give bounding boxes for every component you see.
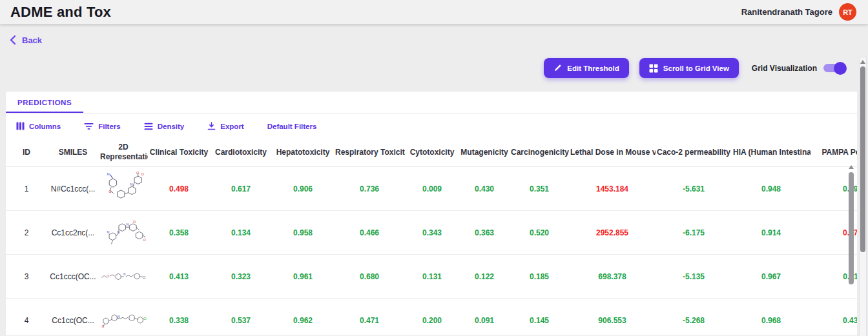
cell-value: 0.413: [148, 272, 210, 281]
cell-value: -6.175: [656, 228, 732, 237]
column-header[interactable]: ID: [6, 148, 47, 157]
grid-visualization-switch[interactable]: [823, 64, 845, 72]
filters-label: Filters: [98, 123, 121, 130]
cell-value: 0.948: [732, 184, 811, 193]
svg-text:O: O: [143, 238, 146, 242]
column-header[interactable]: PAMPA Permeab: [811, 148, 858, 157]
cell-value: 0.131: [405, 272, 459, 281]
cell-value: 0.906: [272, 184, 334, 193]
cell-id: 4: [6, 316, 47, 325]
columns-button[interactable]: Columns: [16, 122, 61, 130]
density-icon: [144, 123, 153, 130]
export-button[interactable]: Export: [207, 122, 243, 130]
table-scrollbar-thumb[interactable]: [849, 172, 854, 284]
cell-value: 1453.184: [569, 184, 656, 193]
cell-value: 2952.855: [569, 228, 656, 237]
column-header[interactable]: Cytotoxicity: [405, 148, 459, 157]
column-header[interactable]: Mutagenicity: [459, 148, 510, 157]
cell-value: 0.433: [811, 316, 858, 325]
svg-text:O: O: [141, 172, 144, 176]
back-row: Back: [0, 25, 868, 48]
svg-text:N: N: [117, 230, 119, 233]
molecule-2d: N O O O N: [99, 170, 148, 208]
column-header[interactable]: Clinical Toxicity: [148, 148, 210, 157]
cell-value: 0.968: [732, 316, 811, 325]
molecule-2d: O N Cl: [99, 270, 148, 284]
cell-value: 0.351: [510, 184, 569, 193]
cell-value: 0.091: [459, 316, 510, 325]
cell-value: 0.967: [732, 272, 811, 281]
edit-threshold-label: Edit Threshold: [567, 64, 619, 72]
cell-value: 0.471: [334, 316, 405, 325]
page-scrollbar-thumb[interactable]: [860, 66, 865, 252]
cell-value: 0.145: [510, 316, 569, 325]
default-filters-button[interactable]: Default Filters: [267, 123, 317, 130]
back-button[interactable]: Back: [9, 35, 42, 45]
tabs-row: PREDICTIONS: [6, 92, 857, 114]
default-filters-label: Default Filters: [267, 123, 317, 130]
cell-value: 0.498: [148, 184, 210, 193]
column-header[interactable]: 2D Representation: [99, 143, 148, 161]
cell-value: 0.680: [334, 272, 405, 281]
scroll-to-grid-view-button[interactable]: Scroll to Grid View: [639, 58, 739, 78]
cell-id: 3: [6, 272, 47, 281]
cell-value: -5.631: [656, 184, 732, 193]
cell-value: 0.961: [272, 272, 334, 281]
grid-visualization-toggle-group: Grid Visualization: [752, 64, 845, 73]
table-row[interactable]: 1N#Cc1ccc(... N O O O N 0.4980.6170.9060…: [6, 167, 857, 211]
switch-knob: [834, 62, 847, 75]
cell-smiles: Cc1cc(OC...: [47, 316, 99, 325]
scroll-to-grid-view-label: Scroll to Grid View: [663, 64, 729, 72]
cell-value: 698.378: [569, 272, 656, 281]
column-header[interactable]: Lethal Dose in Mouse via Or: [569, 148, 656, 157]
column-header[interactable]: Caco-2 permeability: [656, 148, 732, 157]
user-menu[interactable]: Ranitendranath Tagore RT: [741, 3, 856, 21]
edit-threshold-button[interactable]: Edit Threshold: [544, 58, 629, 78]
column-header[interactable]: SMILES: [47, 148, 99, 157]
svg-text:N: N: [107, 172, 109, 176]
svg-text:N: N: [107, 230, 110, 233]
page-scrollbar[interactable]: [859, 57, 867, 336]
density-button[interactable]: Density: [144, 123, 185, 130]
column-header[interactable]: Cardiotoxicity: [210, 148, 272, 157]
cell-value: 0.338: [148, 316, 210, 325]
table-row[interactable]: 2Cc1cc2nc(... N N O O N 0.3580.1340.9580…: [6, 211, 857, 255]
svg-text:O: O: [107, 274, 109, 277]
cell-value: 0.430: [459, 184, 510, 193]
cell-value: 0.134: [210, 228, 272, 237]
table-row[interactable]: 4Cc1cc(OC... O N Cl 0.3380.5370.9620.471…: [6, 299, 857, 336]
cell-value: 0.914: [732, 228, 811, 237]
cell-value: 0.185: [510, 272, 569, 281]
scroll-up-arrow-icon[interactable]: [860, 60, 865, 64]
table-row[interactable]: 3Cc1ccc(OC... O N Cl 0.4130.3230.9610.68…: [6, 255, 857, 299]
column-header[interactable]: Carcinogenicity: [510, 148, 569, 157]
table-scrollbar[interactable]: [848, 165, 854, 284]
grid-view-icon: [649, 64, 658, 73]
svg-text:Cl: Cl: [143, 317, 147, 321]
cell-value: -5.268: [656, 316, 732, 325]
avatar[interactable]: RT: [839, 3, 856, 21]
columns-label: Columns: [29, 123, 61, 130]
svg-text:Cl: Cl: [143, 276, 145, 279]
column-header[interactable]: Hepatotoxicity: [272, 148, 334, 157]
table-body: 1N#Cc1ccc(... N O O O N 0.4980.6170.9060…: [6, 167, 857, 336]
scroll-up-arrow-icon[interactable]: [849, 165, 854, 169]
cell-value: 0.736: [334, 184, 405, 193]
svg-text:O: O: [136, 171, 140, 175]
cell-value: 0.122: [459, 272, 510, 281]
filters-button[interactable]: Filters: [84, 123, 121, 130]
cell-value: 0.323: [210, 272, 272, 281]
svg-text:N: N: [123, 273, 125, 276]
cell-smiles: Cc1cc2nc(...: [47, 228, 99, 237]
cell-id: 1: [6, 184, 47, 193]
column-header[interactable]: Respiratory Toxicity: [334, 148, 405, 157]
cell-value: 0.466: [334, 228, 405, 237]
cell-value: 0.537: [210, 316, 272, 325]
svg-text:O: O: [101, 325, 104, 328]
tab-predictions[interactable]: PREDICTIONS: [6, 92, 83, 113]
download-icon: [207, 122, 216, 130]
table-header-row: IDSMILES2D RepresentationClinical Toxici…: [6, 137, 857, 167]
actions-row: Edit Threshold Scroll to Grid View Grid …: [0, 48, 868, 86]
column-header[interactable]: HIA (Human Intestinal A: [732, 148, 811, 157]
svg-text:O: O: [108, 189, 112, 193]
